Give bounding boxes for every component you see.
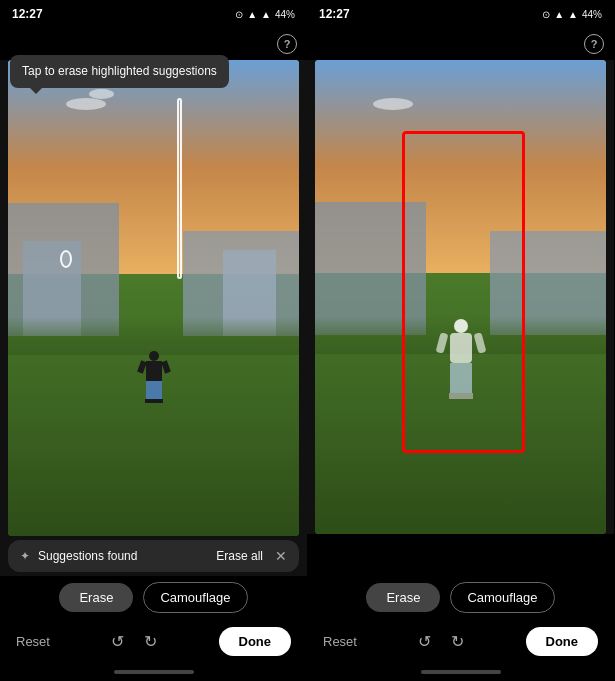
done-button-right[interactable]: Done (526, 627, 599, 656)
battery-icon-r: 44% (582, 9, 602, 20)
question-mark: ? (284, 38, 291, 50)
photo-bg-right (315, 60, 606, 534)
undo-button-right[interactable]: ↺ (418, 632, 431, 651)
erase-button-left[interactable]: Erase (59, 583, 133, 612)
sparkle-icon: ✦ (20, 549, 30, 563)
status-icons-right: ⊙ ▲ ▲ 44% (542, 9, 602, 20)
cloud-r-1 (373, 98, 413, 110)
button-row-left: Erase Camouflage (0, 576, 307, 619)
photo-bg-left (8, 60, 299, 536)
toolbar-icons-left: ↺ ↻ (111, 632, 157, 651)
ghost-head (454, 319, 468, 333)
help-icon-right[interactable]: ? (584, 34, 604, 54)
redo-button-right[interactable]: ↻ (451, 632, 464, 651)
signal-icon: ⊙ (235, 9, 243, 20)
person-head (149, 351, 159, 361)
erase-all-button[interactable]: Erase all (216, 549, 263, 563)
close-notification-button[interactable]: ✕ (275, 548, 287, 564)
wifi-icon-r: ▲ (554, 9, 564, 20)
image-container-left[interactable] (8, 60, 299, 536)
home-bar-right (421, 670, 501, 674)
tooltip-left: Tap to erase highlighted suggestions (10, 55, 229, 88)
wifi-icon: ▲ (247, 9, 257, 20)
battery-icon: 44% (275, 9, 295, 20)
person-shoes (145, 399, 163, 403)
home-indicator-right (307, 663, 614, 681)
ghost-arm-l (435, 333, 448, 354)
camouflage-button-right[interactable]: Camouflage (450, 582, 554, 613)
person-legs (146, 381, 162, 399)
help-area-right: ? (307, 28, 614, 60)
home-indicator-left (0, 663, 307, 681)
question-mark-r: ? (591, 38, 598, 50)
camouflage-button-left[interactable]: Camouflage (143, 582, 247, 613)
cloud-2 (89, 89, 114, 99)
status-time-right: 12:27 (319, 7, 350, 21)
status-icons-left: ⊙ ▲ ▲ 44% (235, 9, 295, 20)
bottom-toolbar-right: Reset ↺ ↻ Done (307, 619, 614, 663)
done-button-left[interactable]: Done (219, 627, 292, 656)
signal-icon-r: ⊙ (542, 9, 550, 20)
status-bar-left: 12:27 ⊙ ▲ ▲ 44% (0, 0, 307, 28)
erase-button-right[interactable]: Erase (366, 583, 440, 612)
spacer-right (307, 534, 614, 576)
notif-text-left: Suggestions found (38, 549, 208, 563)
ghost-torso (450, 333, 472, 363)
signal-bars-icon: ▲ (261, 9, 271, 20)
reset-button-left[interactable]: Reset (16, 634, 50, 649)
status-bar-right: 12:27 ⊙ ▲ ▲ 44% (307, 0, 614, 28)
signal-bars-icon-r: ▲ (568, 9, 578, 20)
left-panel: 12:27 ⊙ ▲ ▲ 44% ? Tap to erase highlight… (0, 0, 307, 681)
ghost-legs (450, 363, 472, 393)
bottom-toolbar-left: Reset ↺ ↻ Done (0, 619, 307, 663)
right-panel: 12:27 ⊙ ▲ ▲ 44% ? (307, 0, 614, 681)
trees-left (8, 317, 299, 355)
ghost-feet (449, 393, 473, 399)
person-torso (146, 361, 162, 381)
reset-button-right[interactable]: Reset (323, 634, 357, 649)
undo-button-left[interactable]: ↺ (111, 632, 124, 651)
redo-button-left[interactable]: ↻ (144, 632, 157, 651)
button-row-right: Erase Camouflage (307, 576, 614, 619)
ghost-arm-r (473, 333, 486, 354)
image-container-right[interactable] (315, 60, 606, 534)
suggestion-vertical[interactable] (177, 98, 182, 279)
notification-bar-left: ✦ Suggestions found Erase all ✕ (8, 540, 299, 572)
home-bar-left (114, 670, 194, 674)
person-left (145, 351, 163, 403)
person-ghost (436, 319, 486, 439)
toolbar-icons-right: ↺ ↻ (418, 632, 464, 651)
help-icon-left[interactable]: ? (277, 34, 297, 54)
status-time-left: 12:27 (12, 7, 43, 21)
